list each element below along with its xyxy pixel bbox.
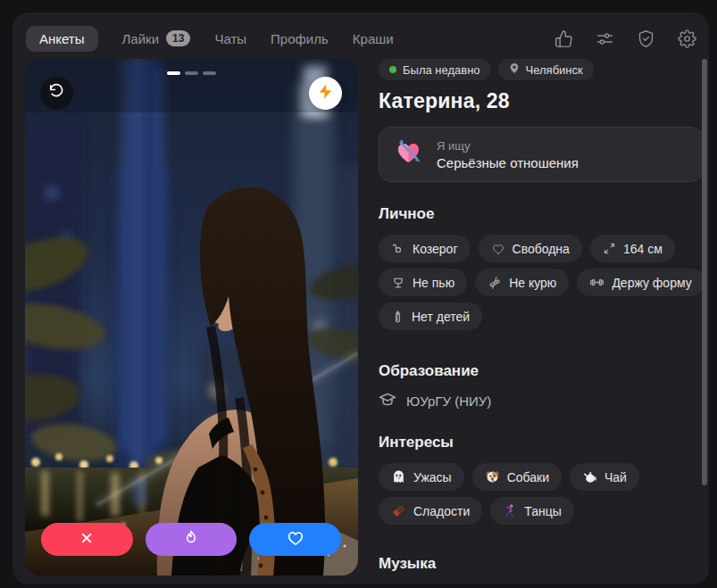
chip-alcohol: Не пью [379,269,467,296]
dog-emoji [485,469,500,484]
gear-icon[interactable] [678,29,696,48]
heart-outline-icon [491,242,505,256]
section-title-personal: Личное [379,205,704,223]
carousel-dot-3[interactable] [203,71,216,75]
dislike-button[interactable] [41,523,133,556]
looking-for-label: Я ищу [437,139,579,153]
superlike-button[interactable] [146,523,238,556]
undo-icon [48,83,65,104]
profile-photo-card[interactable] [25,59,358,576]
chip-interest-horror: Ужасы [379,463,464,491]
no-smoking-icon [488,276,502,290]
tab-label: Чаты [214,31,246,46]
chip-zodiac: Козерог [379,235,471,262]
interest-chips: Ужасы [379,463,704,525]
city-badge: Челябинск [498,59,594,80]
tab-label: Лайки [122,31,160,46]
education-row: ЮУрГУ (НИУ) [379,392,704,410]
chip-smoking: Не курю [475,269,569,296]
chocolate-emoji [391,503,406,518]
tab-crushes[interactable]: Краши [353,31,394,46]
personal-chips: Козерог Свободна [379,235,704,330]
tab-ankety[interactable]: Анкеты [26,26,98,52]
looking-for-value: Серьёзные отношения [437,155,579,170]
wine-glass-icon [391,276,405,290]
activity-badge: Была недавно [379,59,491,80]
chip-interest-dancing: Танцы [490,497,574,525]
section-title-education: Образование [379,362,704,380]
profile-name-age: Катерина, 28 [379,89,704,113]
dancer-emoji [503,503,517,518]
tab-label: Анкеты [39,31,85,46]
filters-icon[interactable] [596,29,614,48]
looking-for-card: Я ищу Серьёзные отношения [379,127,704,182]
chip-interest-dogs: Собаки [472,463,562,491]
tab-label: Краши [353,31,394,46]
education-value: ЮУрГУ (НИУ) [406,393,491,409]
section-title-music: Музыка [379,555,704,573]
flame-icon [181,528,201,551]
baby-bottle-icon [391,310,404,324]
online-dot [389,66,396,73]
app-window: Анкеты Лайки 13 Чаты Профиль Краши [13,12,709,584]
likes-count-badge: 13 [166,30,190,46]
photo-carousel-dots[interactable] [25,71,358,75]
profile-details-panel: Была недавно Челябинск Катерина, 28 [379,59,704,584]
chip-fitness: Держу форму [577,269,704,296]
city-badge-label: Челябинск [526,63,583,77]
graduation-cap-icon [379,392,396,410]
height-arrows-icon [603,242,616,255]
carousel-dot-2[interactable] [185,71,198,75]
status-badges: Была недавно Челябинск [379,59,704,80]
thumbs-up-icon[interactable] [554,29,573,48]
section-title-interests: Интересы [379,434,704,451]
capricorn-icon [391,242,405,256]
lightning-bolt-icon [317,83,334,104]
tab-profile[interactable]: Профиль [271,31,329,46]
tab-label: Профиль [271,31,329,46]
chip-height: 164 см [590,235,675,262]
undo-button[interactable] [40,77,73,110]
chip-interest-tea: Чай [570,463,639,491]
chip-interest-sweets: Сладости [379,497,482,525]
ghost-emoji [391,469,406,484]
swipe-actions [41,523,341,556]
shield-check-icon[interactable] [637,29,655,48]
tab-chats[interactable]: Чаты [214,31,246,46]
x-icon [78,529,96,551]
chip-children: Нет детей [379,302,482,330]
carousel-dot-1[interactable] [167,71,180,75]
top-nav: Анкеты Лайки 13 Чаты Профиль Краши [27,20,696,57]
profile-photo [25,59,358,576]
tab-likes[interactable]: Лайки 13 [122,30,191,46]
chip-relationship: Свободна [479,235,582,262]
location-pin-icon [509,62,520,77]
boost-button[interactable] [309,77,342,110]
dumbbell-icon [589,275,604,290]
activity-badge-label: Была недавно [403,63,480,77]
heart-with-arrow-emoji [394,137,424,171]
teapot-emoji [582,469,597,484]
panel-scrollbar[interactable] [702,59,707,485]
heart-icon [286,528,305,551]
like-button[interactable] [249,523,341,556]
